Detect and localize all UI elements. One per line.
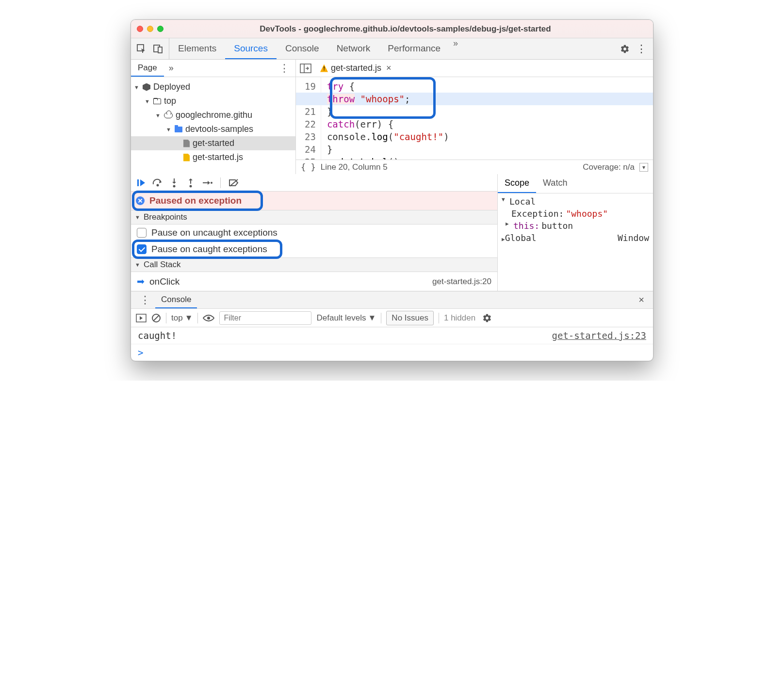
watch-tab[interactable]: Watch (536, 174, 574, 193)
cube-icon (143, 83, 150, 91)
editor-file-name: get-started.js (331, 63, 381, 73)
more-tabs-icon[interactable]: » (449, 38, 462, 59)
window-title: DevTools - googlechrome.github.io/devtoo… (163, 24, 647, 34)
scope-local-group[interactable]: ▼Local (498, 195, 653, 208)
step-out-button[interactable] (185, 177, 196, 188)
titlebar: DevTools - googlechrome.github.io/devtoo… (131, 20, 653, 38)
line-gutter: 19 20 21 22 23 24 25 (296, 77, 321, 160)
tree-domain[interactable]: ▼googlechrome.githu (131, 108, 295, 122)
folder-icon (175, 127, 182, 132)
editor-pane: 19 20 21 22 23 24 25 try { throw "whoops… (296, 77, 653, 174)
hidden-messages[interactable]: 1 hidden (444, 313, 475, 323)
tree-top[interactable]: ▼top (131, 94, 295, 108)
console-log-entry[interactable]: caught! get-started.js:23 (131, 327, 653, 344)
scope-tab[interactable]: Scope (498, 174, 536, 193)
svg-point-17 (207, 317, 210, 320)
callstack-header[interactable]: ▼Call Stack (131, 257, 497, 272)
tree-file-html[interactable]: get-started (131, 136, 295, 150)
clear-console-icon[interactable] (151, 313, 161, 323)
debugger-toolbar (131, 174, 497, 192)
tree-deployed[interactable]: ▼Deployed (131, 80, 295, 94)
editor-menu-icon[interactable]: ▾ (639, 163, 648, 172)
scope-pane: Scope Watch ▼Local Exception: "whoops" ▶… (498, 174, 653, 291)
svg-rect-2 (158, 47, 162, 53)
step-into-button[interactable] (169, 177, 180, 188)
pause-uncaught-toggle[interactable]: Pause on uncaught exceptions (131, 224, 497, 241)
main-toolbar: Elements Sources Console Network Perform… (131, 38, 653, 60)
paused-banner: Paused on exception (131, 192, 497, 210)
tab-performance[interactable]: Performance (379, 38, 449, 59)
close-file-icon[interactable]: × (384, 63, 393, 73)
breakpoints-header[interactable]: ▼Breakpoints (131, 210, 497, 224)
frame-icon (153, 98, 161, 104)
tab-elements[interactable]: Elements (169, 38, 225, 59)
svg-point-8 (173, 185, 176, 187)
code-editor[interactable]: 19 20 21 22 23 24 25 try { throw "whoops… (296, 77, 653, 160)
context-selector[interactable]: top▼ (171, 313, 193, 323)
svg-point-10 (190, 185, 192, 187)
coverage-status: Coverage: n/a (583, 162, 635, 172)
step-over-button[interactable] (152, 177, 163, 188)
scope-global-group[interactable]: ▶GlobalWindow (498, 232, 653, 244)
navigator-menu-icon[interactable]: ⋮ (273, 62, 295, 75)
step-button[interactable] (202, 177, 212, 188)
tab-network[interactable]: Network (328, 38, 379, 59)
navigator-tree: ▼Deployed ▼top ▼googlechrome.githu ▼devt… (131, 77, 296, 174)
navigator-page-tab[interactable]: Page (131, 60, 164, 77)
scope-this[interactable]: ▶this: button (498, 220, 653, 232)
console-settings-icon[interactable] (482, 313, 492, 323)
devtools-window: DevTools - googlechrome.github.io/devtoo… (131, 19, 653, 361)
checkbox-unchecked-icon[interactable] (137, 228, 147, 238)
inspect-element-icon[interactable] (137, 44, 147, 54)
js-file-icon (183, 154, 190, 161)
file-icon (183, 140, 190, 147)
tree-file-js[interactable]: get-started.js (131, 150, 295, 164)
log-levels-selector[interactable]: Default levels▼ (316, 313, 376, 323)
traffic-lights (137, 26, 163, 32)
pause-caught-toggle[interactable]: Pause on caught exceptions (131, 241, 497, 257)
close-window-button[interactable] (137, 26, 143, 32)
scope-exception[interactable]: Exception: "whoops" (498, 208, 653, 220)
pretty-print-icon[interactable]: { } (301, 162, 316, 172)
deactivate-breakpoints-button[interactable] (229, 177, 239, 188)
live-expression-icon[interactable] (203, 314, 214, 322)
cloud-icon (164, 112, 173, 118)
kebab-menu-icon[interactable]: ⋮ (637, 44, 646, 54)
zoom-window-button[interactable] (157, 26, 163, 32)
tab-sources[interactable]: Sources (225, 38, 277, 59)
console-filter-input[interactable] (219, 311, 311, 325)
svg-line-16 (153, 315, 159, 321)
debugger-left-pane: Paused on exception ▼Breakpoints Pause o… (131, 174, 498, 291)
svg-point-6 (157, 184, 159, 186)
drawer-console-tab[interactable]: Console (155, 291, 197, 308)
svg-rect-5 (137, 179, 139, 186)
current-frame-arrow-icon: ➡ (137, 276, 145, 287)
svg-point-12 (211, 182, 212, 184)
console-toolbar: top▼ Default levels▼ No Issues 1 hidden (131, 309, 653, 327)
editor-file-tab[interactable]: get-started.js × (316, 60, 397, 77)
editor-status-bar: { } Line 20, Column 5 Coverage: n/a ▾ (296, 160, 653, 174)
annotation-highlight-paused (132, 191, 263, 211)
toggle-navigator-icon[interactable] (300, 64, 311, 73)
console-prompt[interactable]: > (131, 344, 653, 361)
callstack-frame[interactable]: ➡ onClick get-started.js:20 (131, 272, 497, 291)
console-sidebar-toggle-icon[interactable] (136, 314, 147, 322)
issues-button[interactable]: No Issues (386, 311, 434, 325)
resume-button[interactable] (136, 177, 147, 188)
close-drawer-icon[interactable]: × (634, 294, 649, 305)
console-drawer: ⋮ Console × top▼ Default levels▼ No Issu… (131, 291, 653, 361)
device-mode-icon[interactable] (153, 44, 163, 54)
minimize-window-button[interactable] (147, 26, 153, 32)
sources-subbar: Page » ⋮ get-started.js × (131, 60, 653, 77)
settings-icon[interactable] (620, 44, 630, 54)
svg-line-13 (230, 179, 238, 186)
more-navigator-tabs-icon[interactable]: » (164, 63, 179, 73)
tab-console[interactable]: Console (277, 38, 328, 59)
warning-icon (320, 64, 328, 72)
console-output: caught! get-started.js:23 > (131, 327, 653, 361)
log-source-link[interactable]: get-started.js:23 (552, 330, 646, 341)
annotation-highlight-caught (132, 240, 282, 259)
cursor-position: Line 20, Column 5 (321, 162, 388, 172)
tree-folder[interactable]: ▼devtools-samples (131, 122, 295, 136)
drawer-menu-icon[interactable]: ⋮ (135, 294, 155, 306)
